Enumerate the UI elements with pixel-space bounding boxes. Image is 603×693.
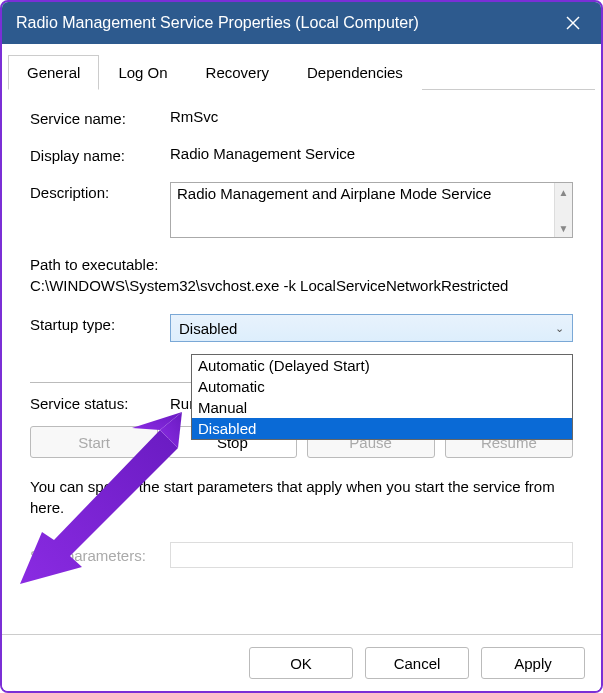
dialog-footer: OK Cancel Apply: [2, 634, 601, 691]
start-button: Start: [30, 426, 158, 458]
ok-button[interactable]: OK: [249, 647, 353, 679]
startup-type-dropdown[interactable]: Automatic (Delayed Start) Automatic Manu…: [191, 354, 573, 440]
service-name-label: Service name:: [30, 108, 170, 127]
tab-bar: General Log On Recovery Dependencies: [8, 54, 595, 90]
start-parameters-note: You can specify the start parameters tha…: [30, 476, 573, 518]
startup-option-disabled[interactable]: Disabled: [192, 418, 572, 439]
startup-option-auto-delayed[interactable]: Automatic (Delayed Start): [192, 355, 572, 376]
tab-dependencies[interactable]: Dependencies: [288, 55, 422, 90]
description-text: Radio Management and Airplane Mode Servi…: [171, 183, 554, 237]
display-name-value: Radio Management Service: [170, 145, 573, 162]
service-name-value: RmSvc: [170, 108, 573, 125]
cancel-button[interactable]: Cancel: [365, 647, 469, 679]
startup-type-select[interactable]: Disabled ⌄: [170, 314, 573, 342]
description-box: Radio Management and Airplane Mode Servi…: [170, 182, 573, 238]
tab-general[interactable]: General: [8, 55, 99, 90]
path-label: Path to executable:: [30, 256, 573, 273]
tab-logon[interactable]: Log On: [99, 55, 186, 90]
tab-recovery[interactable]: Recovery: [187, 55, 288, 90]
scroll-down-icon[interactable]: ▼: [555, 219, 572, 237]
chevron-down-icon: ⌄: [555, 322, 564, 335]
scroll-up-icon[interactable]: ▲: [555, 183, 572, 201]
startup-selected-value: Disabled: [179, 320, 237, 337]
startup-type-label: Startup type:: [30, 314, 170, 333]
startup-option-auto[interactable]: Automatic: [192, 376, 572, 397]
apply-button[interactable]: Apply: [481, 647, 585, 679]
close-button[interactable]: [545, 2, 601, 44]
start-parameters-input: [170, 542, 573, 568]
display-name-label: Display name:: [30, 145, 170, 164]
close-icon: [566, 16, 580, 30]
general-panel: Service name: RmSvc Display name: Radio …: [8, 108, 595, 568]
service-status-label: Service status:: [30, 395, 170, 412]
description-scrollbar[interactable]: ▲ ▼: [554, 183, 572, 237]
path-value: C:\WINDOWS\System32\svchost.exe -k Local…: [30, 277, 573, 294]
window-title: Radio Management Service Properties (Loc…: [16, 14, 419, 32]
start-parameters-label: Start parameters:: [30, 547, 170, 564]
description-label: Description:: [30, 182, 170, 201]
startup-option-manual[interactable]: Manual: [192, 397, 572, 418]
titlebar[interactable]: Radio Management Service Properties (Loc…: [2, 2, 601, 44]
